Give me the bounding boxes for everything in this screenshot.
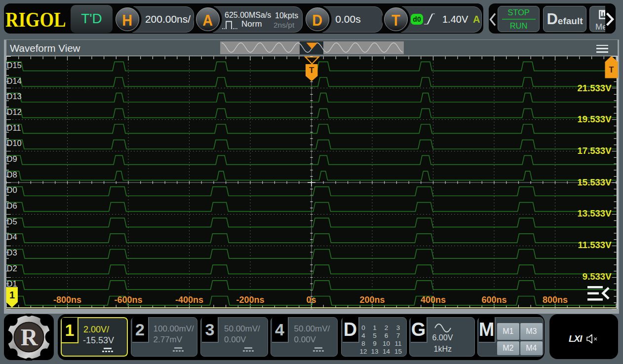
svg-text:-200ns: -200ns xyxy=(236,295,264,305)
svg-text:T: T xyxy=(309,66,314,75)
svg-text:600ns: 600ns xyxy=(481,295,506,305)
svg-text:11.533V: 11.533V xyxy=(578,240,612,250)
svg-text:0s: 0s xyxy=(306,295,316,305)
svg-text:D12: D12 xyxy=(7,108,22,116)
svg-text:400ns: 400ns xyxy=(421,295,446,305)
svg-text:15.533V: 15.533V xyxy=(578,177,612,187)
svg-text:21.533V: 21.533V xyxy=(578,83,612,93)
svg-text:D4: D4 xyxy=(7,232,17,241)
svg-text:D8: D8 xyxy=(7,170,17,179)
svg-text:17.533V: 17.533V xyxy=(578,146,612,156)
svg-text:D10: D10 xyxy=(7,139,22,147)
svg-text:-600ns: -600ns xyxy=(114,295,142,305)
svg-text:D15: D15 xyxy=(7,61,22,70)
svg-text:-400ns: -400ns xyxy=(175,295,203,305)
svg-text:D6: D6 xyxy=(7,201,17,210)
svg-text:1: 1 xyxy=(9,290,15,300)
svg-text:D3: D3 xyxy=(7,248,17,257)
svg-text:R: R xyxy=(21,324,39,350)
svg-text:D0: D0 xyxy=(7,185,17,194)
svg-text:D14: D14 xyxy=(7,76,22,85)
svg-text:D9: D9 xyxy=(7,154,17,163)
svg-text:D13: D13 xyxy=(7,92,22,101)
svg-text:D2: D2 xyxy=(7,264,17,273)
svg-text:T: T xyxy=(609,66,614,74)
svg-text:9.533V: 9.533V xyxy=(583,271,612,282)
svg-text:D5: D5 xyxy=(7,217,17,226)
svg-text:13.533V: 13.533V xyxy=(578,208,612,218)
svg-text:D1: D1 xyxy=(7,279,17,288)
svg-text:D11: D11 xyxy=(7,123,21,132)
svg-text:200ns: 200ns xyxy=(359,295,385,305)
svg-text:-800ns: -800ns xyxy=(53,295,81,305)
svg-text:19.533V: 19.533V xyxy=(578,114,612,124)
svg-text:800ns: 800ns xyxy=(543,295,568,305)
